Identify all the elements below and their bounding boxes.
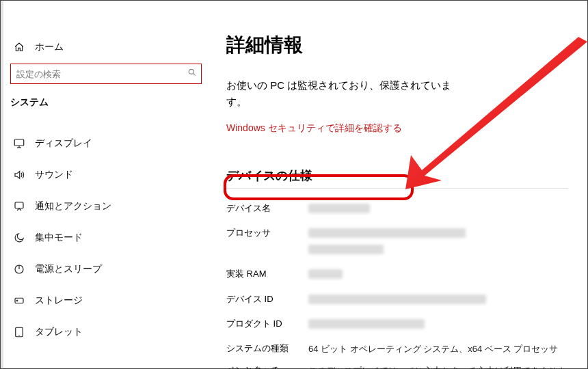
tablet-icon: [13, 326, 25, 338]
sidebar-item-label: 通知とアクション: [35, 200, 200, 213]
sidebar-item-label: 集中モード: [35, 232, 200, 244]
page-title: 詳細情報: [226, 32, 582, 58]
svg-marker-5: [15, 172, 20, 179]
main-content: 詳細情報 お使いの PC は監視されており、保護されています。 Windows …: [226, 1, 582, 368]
sidebar-home-label: ホーム: [35, 41, 64, 53]
pen-touch-row: ペンとタッチ このディスプレイでは、ペン入力とタッチ入力は利用できません: [226, 360, 568, 369]
search-input[interactable]: [11, 64, 201, 83]
sidebar-item-label: 電源とスリープ: [35, 263, 200, 275]
ram-row: 実装 RAM: [226, 264, 568, 288]
sidebar-item-tablet[interactable]: タブレット: [1, 316, 213, 348]
sidebar: ホーム システム ディスプレイ サウンド: [1, 1, 213, 368]
sidebar-item-label: タブレット: [35, 326, 200, 338]
processor-row: プロセッサ: [226, 223, 568, 264]
sidebar-item-display[interactable]: ディスプレイ: [1, 128, 213, 159]
storage-icon: [13, 295, 25, 307]
processor-value: [308, 227, 568, 260]
svg-rect-2: [14, 139, 24, 146]
product-id-row: プロダクト ID: [226, 314, 568, 338]
sidebar-item-label: ストレージ: [35, 295, 200, 307]
settings-window: 設定 ホーム システム ディスプレイ: [0, 0, 588, 369]
sidebar-item-label: サウンド: [35, 169, 200, 181]
pen-touch-value: このディスプレイでは、ペン入力とタッチ入力は利用できません: [308, 364, 568, 369]
system-type-value: 64 ビット オペレーティング システム、x64 ベース プロセッサ: [308, 342, 568, 356]
notification-icon: [13, 200, 25, 213]
sidebar-item-storage[interactable]: ストレージ: [1, 285, 213, 316]
search-box[interactable]: [10, 64, 202, 84]
ram-value: [308, 268, 568, 284]
device-id-row: デバイス ID: [226, 289, 568, 314]
home-icon: [13, 42, 25, 53]
svg-rect-6: [15, 202, 23, 208]
windows-security-link[interactable]: Windows セキュリティで詳細を確認する: [226, 122, 402, 135]
protection-status-text: お使いの PC は監視されており、保護されています。: [226, 77, 452, 110]
spec-label: プロダクト ID: [226, 318, 308, 330]
system-type-row: システムの種類 64 ビット オペレーティング システム、x64 ベース プロセ…: [226, 338, 568, 360]
sidebar-item-label: ディスプレイ: [35, 137, 200, 150]
spec-label: デバイス名: [226, 202, 308, 215]
power-icon: [13, 263, 25, 275]
device-spec-header: デバイスの仕様: [226, 167, 568, 189]
product-id-value: [308, 318, 568, 334]
sidebar-item-notifications[interactable]: 通知とアクション: [1, 191, 213, 222]
device-name-value: [308, 202, 568, 219]
device-spec-table: デバイス名 プロセッサ 実装 RAM デバイス ID プロダクト ID システム…: [226, 198, 568, 369]
device-id-value: [308, 293, 568, 310]
sidebar-home[interactable]: ホーム: [13, 33, 198, 61]
spec-label: システムの種類: [226, 342, 308, 355]
display-icon: [13, 137, 25, 150]
svg-point-10: [16, 300, 18, 301]
focus-icon: [13, 232, 25, 244]
device-name-row: デバイス名: [226, 198, 568, 223]
sidebar-section-system: システム: [10, 96, 49, 109]
sidebar-item-sound[interactable]: サウンド: [1, 159, 213, 191]
spec-label: ペンとタッチ: [226, 364, 308, 369]
sidebar-items: ディスプレイ サウンド 通知とアクション 集中モード: [1, 128, 213, 348]
sidebar-item-power[interactable]: 電源とスリープ: [1, 254, 213, 285]
spec-label: プロセッサ: [226, 227, 308, 239]
spec-label: 実装 RAM: [226, 268, 308, 280]
sidebar-item-focus[interactable]: 集中モード: [1, 222, 213, 254]
spec-label: デバイス ID: [226, 293, 308, 305]
sound-icon: [13, 169, 25, 181]
